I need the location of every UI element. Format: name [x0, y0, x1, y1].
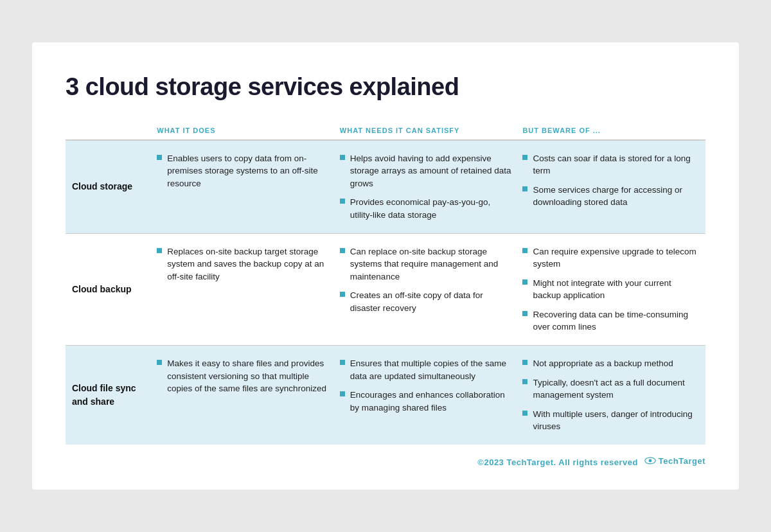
list-item-text: Creates an off-site copy of data for dis… [350, 289, 514, 314]
page-title: 3 cloud storage services explained [66, 73, 705, 101]
list-item: Encourages and enhances collaboration by… [340, 389, 514, 414]
list-item: Might not integrate with your current ba… [522, 277, 696, 302]
list-item: Costs can soar if data is stored for a l… [522, 152, 696, 177]
col-header-does: What it does [157, 121, 340, 140]
row-does: Makes it easy to share files and provide… [157, 345, 340, 444]
row-does: Replaces on-site backup target storage s… [157, 233, 340, 345]
list-item-text: Not appropriate as a backup method [533, 357, 673, 370]
row-beware: Can require expensive upgrade to telecom… [522, 233, 705, 345]
bullet-icon [340, 199, 345, 204]
list-item: Provides economical pay-as-you-go, utili… [340, 196, 514, 221]
list-item: Can replace on-site backup storage syste… [340, 245, 514, 283]
list-item: Not appropriate as a backup method [522, 357, 696, 370]
svg-point-1 [648, 459, 651, 463]
list-item-text: Some services charge for accessing or do… [533, 184, 696, 209]
row-label: Cloud storage [66, 140, 157, 233]
footer: ©2023 TechTarget. All rights reserved Te… [66, 456, 705, 467]
list-item-text: Costs can soar if data is stored for a l… [533, 152, 696, 177]
list-item: Creates an off-site copy of data for dis… [340, 289, 514, 314]
row-beware: Costs can soar if data is stored for a l… [522, 140, 705, 233]
bullet-icon [522, 379, 527, 384]
list-item: Recovering data can be time-consuming ov… [522, 308, 696, 333]
row-needs: Can replace on-site backup storage syste… [340, 233, 523, 345]
list-item-text: Can require expensive upgrade to telecom… [533, 245, 696, 270]
row-does: Enables users to copy data from on-premi… [157, 140, 340, 233]
footer-copyright: ©2023 TechTarget. All rights reserved [477, 457, 638, 466]
list-item: Replaces on-site backup target storage s… [157, 245, 331, 283]
list-item: Helps avoid having to add expensive stor… [340, 152, 514, 190]
list-item: Can require expensive upgrade to telecom… [522, 245, 696, 270]
bullet-icon [522, 311, 527, 316]
bullet-icon [340, 292, 345, 297]
bullet-icon [522, 186, 527, 191]
list-item: Makes it easy to share files and provide… [157, 357, 331, 395]
list-item-text: Ensures that multiple copies of the same… [350, 357, 514, 382]
list-item-text: Makes it easy to share files and provide… [167, 357, 331, 395]
table-row: Cloud file sync and shareMakes it easy t… [66, 345, 705, 444]
list-item-text: Might not integrate with your current ba… [533, 277, 696, 302]
col-header-beware: But beware of ... [522, 121, 705, 140]
list-item-text: Recovering data can be time-consuming ov… [533, 308, 696, 333]
bullet-icon [340, 391, 345, 396]
list-item: Ensures that multiple copies of the same… [340, 357, 514, 382]
row-needs: Helps avoid having to add expensive stor… [340, 140, 523, 233]
list-item: Enables users to copy data from on-premi… [157, 152, 331, 190]
bullet-icon [522, 360, 527, 365]
bullet-icon [157, 360, 162, 365]
bullet-icon [340, 155, 345, 160]
col-header-needs: What needs it can satisfy [340, 121, 523, 140]
bullet-icon [522, 248, 527, 253]
row-needs: Ensures that multiple copies of the same… [340, 345, 523, 444]
bullet-icon [340, 248, 345, 253]
list-item: Typically, doesn't act as a full documen… [522, 377, 696, 402]
list-item-text: With multiple users, danger of introduci… [533, 408, 696, 433]
list-item-text: Typically, doesn't act as a full documen… [533, 377, 696, 402]
table-row: Cloud backupReplaces on-site backup targ… [66, 233, 705, 345]
comparison-table: What it does What needs it can satisfy B… [66, 121, 705, 445]
list-item-text: Enables users to copy data from on-premi… [167, 152, 331, 190]
row-label: Cloud backup [66, 233, 157, 345]
bullet-icon [522, 411, 527, 416]
list-item-text: Can replace on-site backup storage syste… [350, 245, 514, 283]
bullet-icon [522, 155, 527, 160]
bullet-icon [522, 279, 527, 285]
brand-name: TechTarget [659, 456, 705, 466]
list-item: With multiple users, danger of introduci… [522, 408, 696, 433]
techtarget-eye-icon [644, 457, 656, 465]
bullet-icon [157, 155, 162, 160]
bullet-icon [157, 248, 162, 253]
row-label: Cloud file sync and share [66, 345, 157, 444]
list-item: Some services charge for accessing or do… [522, 184, 696, 209]
list-item-text: Replaces on-site backup target storage s… [167, 245, 331, 283]
row-beware: Not appropriate as a backup methodTypica… [522, 345, 705, 444]
bullet-icon [340, 360, 345, 365]
list-item-text: Helps avoid having to add expensive stor… [350, 152, 514, 190]
table-row: Cloud storageEnables users to copy data … [66, 140, 705, 233]
main-card: 3 cloud storage services explained What … [32, 42, 739, 490]
list-item-text: Provides economical pay-as-you-go, utili… [350, 196, 514, 221]
footer-brand: TechTarget [644, 456, 705, 466]
list-item-text: Encourages and enhances collaboration by… [350, 389, 514, 414]
col-header-empty [66, 121, 157, 140]
